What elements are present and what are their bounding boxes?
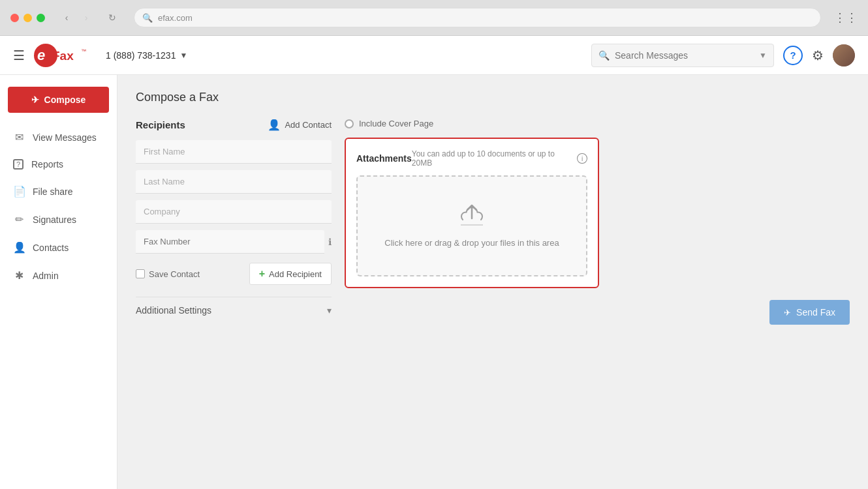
sidebar-item-label: File share [33,186,72,197]
hamburger-menu[interactable]: ☰ [13,48,25,63]
app-body: ✈ Compose ✉ View Messages ? Reports 📄 Fi… [0,75,868,489]
search-icon: 🔍 [598,50,610,61]
add-contact-icon: 👤 [268,119,281,131]
attachments-box: Attachments You can add up to 10 documen… [345,138,599,288]
sidebar-item-label: Contacts [33,243,69,253]
additional-settings[interactable]: Additional Settings ▾ [136,297,332,316]
sidebar-item-label: Reports [31,159,63,170]
file-share-icon: 📄 [13,185,25,198]
drop-zone-text: Click here or drag & drop your files in … [384,238,559,248]
browser-address-text: efax.com [158,13,193,23]
compose-label: Compose [44,95,86,105]
forward-button[interactable]: › [78,9,95,26]
send-fax-row: ✈ Send Fax [345,300,850,325]
cover-page-label: Include Cover Page [359,119,433,128]
attachments-info-icon[interactable]: i [577,153,587,164]
contacts-icon: 👤 [13,241,25,254]
settings-icon[interactable]: ⚙ [812,48,824,63]
drop-zone[interactable]: Click here or drag & drop your files in … [356,175,587,276]
recipients-label: Recipients [136,119,185,130]
fax-number-field: ℹ [136,230,332,254]
fax-number-input[interactable] [136,230,324,254]
app: ☰ e Fax ™ 1 (888) 738-1231 ▼ 🔍 ▼ ? ⚙ [0,36,868,489]
sidebar-item-admin[interactable]: ✱ Admin [0,261,117,289]
compose-button[interactable]: ✈ Compose [8,87,109,113]
sidebar: ✈ Compose ✉ View Messages ? Reports 📄 Fi… [0,75,117,489]
page-title: Compose a Fax [136,91,850,104]
save-contact-label: Save Contact [149,269,200,279]
sidebar-item-view-messages[interactable]: ✉ View Messages [0,123,117,151]
reload-button[interactable]: ↻ [104,9,121,26]
efax-logo[interactable]: e Fax ™ [34,44,93,67]
view-messages-icon: ✉ [13,131,25,143]
include-cover-page[interactable]: Include Cover Page [345,119,850,128]
last-name-field [136,170,332,194]
reports-icon: ? [13,159,23,170]
search-box[interactable]: 🔍 ▼ [591,44,774,67]
add-recipient-label: Add Recipient [269,269,322,279]
send-fax-label: Send Fax [796,307,835,318]
maximize-button[interactable] [37,14,45,22]
top-nav: ☰ e Fax ™ 1 (888) 738-1231 ▼ 🔍 ▼ ? ⚙ [0,36,868,75]
save-row: Save Contact + Add Recipient [136,263,332,285]
main-content: Compose a Fax Recipients 👤 Add Contact [117,75,868,489]
left-panel: Recipients 👤 Add Contact [136,119,332,316]
svg-text:™: ™ [81,48,86,54]
sidebar-item-contacts[interactable]: 👤 Contacts [0,233,117,261]
attachments-label: Attachments [356,153,412,164]
sidebar-item-signatures[interactable]: ✏ Signatures [0,205,117,233]
avatar[interactable] [833,44,855,67]
additional-settings-label: Additional Settings [136,305,211,316]
browser-search-bar[interactable]: 🔍 efax.com [134,8,821,27]
minimize-button[interactable] [23,14,32,22]
close-button[interactable] [10,14,19,22]
signatures-icon: ✏ [13,213,25,226]
add-contact-button[interactable]: 👤 Add Contact [268,119,332,131]
send-fax-icon: ✈ [784,308,791,318]
sidebar-item-label: Admin [33,271,59,281]
back-button[interactable]: ‹ [58,9,75,26]
browser-chrome: ‹ › ↻ 🔍 efax.com ⋮⋮ [0,0,868,36]
fax-info-icon[interactable]: ℹ [328,237,332,247]
attachments-header: Attachments You can add up to 10 documen… [356,149,587,168]
chevron-down-icon: ▾ [327,305,332,316]
company-field [136,200,332,224]
add-recipient-button[interactable]: + Add Recipient [249,263,332,285]
sidebar-item-label: View Messages [33,132,97,143]
add-recipient-plus-icon: + [259,268,265,280]
nav-right: 🔍 ▼ ? ⚙ [591,44,855,67]
last-name-input[interactable] [136,170,332,194]
right-panel: Include Cover Page Attachments You can a… [345,119,850,325]
save-contact-checkbox[interactable] [136,269,145,278]
svg-text:Fax: Fax [52,49,74,63]
traffic-lights [10,14,45,22]
search-input[interactable] [615,50,754,61]
admin-icon: ✱ [13,269,25,282]
browser-search-icon: 🔍 [142,13,153,23]
add-contact-label: Add Contact [285,120,332,130]
phone-number: 1 (888) 738-1231 [106,50,176,61]
attachments-info-text: You can add up to 10 documents or up to … [412,149,574,168]
sidebar-item-file-share[interactable]: 📄 File share [0,177,117,205]
upload-icon [459,204,484,231]
first-name-input[interactable] [136,140,332,164]
sidebar-item-reports[interactable]: ? Reports [0,151,117,177]
attachments-info: You can add up to 10 documents or up to … [412,149,587,168]
company-input[interactable] [136,200,332,224]
phone-selector[interactable]: 1 (888) 738-1231 ▼ [106,50,187,61]
send-fax-button[interactable]: ✈ Send Fax [769,300,850,325]
browser-menu[interactable]: ⋮⋮ [834,10,858,25]
phone-dropdown-arrow: ▼ [179,51,187,60]
help-button[interactable]: ? [783,46,803,65]
nav-buttons: ‹ › [58,9,95,26]
sidebar-item-label: Signatures [33,215,76,225]
recipients-header: Recipients 👤 Add Contact [136,119,332,131]
save-contact-checkbox-label[interactable]: Save Contact [136,269,200,279]
compose-icon: ✈ [31,95,39,105]
form-area: Recipients 👤 Add Contact [136,119,850,325]
svg-text:e: e [37,47,45,63]
search-dropdown-arrow: ▼ [759,51,767,60]
first-name-field [136,140,332,164]
cover-page-radio[interactable] [345,119,354,128]
